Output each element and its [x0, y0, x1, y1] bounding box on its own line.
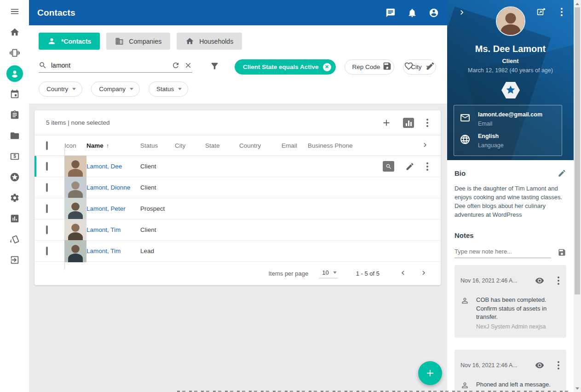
clear-search-icon[interactable]: [184, 61, 192, 69]
contact-name-link[interactable]: Lamont, Dee: [86, 163, 122, 170]
refresh-icon[interactable]: [172, 61, 180, 69]
settings-gear-icon[interactable]: [6, 189, 24, 207]
profile-hero-actions: [536, 7, 564, 17]
search-input[interactable]: [51, 62, 167, 69]
window-scrollbar[interactable]: [574, 0, 581, 392]
table-row[interactable]: Lamont, Dee Client: [35, 156, 441, 177]
documents-folder-icon[interactable]: [6, 127, 24, 145]
notifications-bell-icon[interactable]: [407, 8, 417, 18]
columns-scroll-right-icon[interactable]: [421, 141, 429, 150]
add-contact-icon[interactable]: [381, 118, 391, 128]
contact-name-link[interactable]: Lamont, Dionne: [86, 184, 130, 191]
reports-chart-icon[interactable]: [6, 209, 24, 228]
note-more-icon[interactable]: [557, 276, 560, 286]
exit-icon[interactable]: [6, 251, 24, 269]
star-hexagon-badge[interactable]: [500, 81, 521, 101]
tasks-clipboard-icon[interactable]: [6, 106, 24, 124]
detail-row-email[interactable]: lamont.dee@gmail.com Email: [460, 111, 556, 127]
active-filter-chip[interactable]: Client State equals Active ✕: [235, 59, 336, 75]
row-checkbox[interactable]: [46, 183, 48, 192]
save-note-icon[interactable]: [558, 248, 566, 257]
contact-status: Client: [140, 226, 175, 233]
table-row[interactable]: Lamont, Dionne Client: [35, 177, 441, 198]
col-header-city: City: [175, 142, 205, 149]
note-more-icon[interactable]: [557, 360, 560, 370]
left-nav-rail: $: [0, 0, 29, 392]
calendar-icon[interactable]: [6, 85, 24, 104]
col-header-name-label: Name: [86, 142, 104, 149]
new-note-input[interactable]: [454, 247, 551, 258]
select-all-checkbox[interactable]: [46, 141, 48, 150]
scroll-down-icon[interactable]: [574, 385, 581, 392]
favorite-heart-icon[interactable]: [404, 61, 414, 71]
contacts-icon[interactable]: [6, 64, 24, 83]
contact-name-link[interactable]: Lamont, Tim: [86, 248, 121, 254]
scrollbar-thumb[interactable]: [575, 7, 580, 294]
home-icon[interactable]: [6, 23, 24, 41]
tab-companies[interactable]: Companies: [106, 33, 170, 50]
page-size-select[interactable]: 10: [319, 269, 337, 278]
open-contact-icon[interactable]: [536, 7, 546, 17]
chip-label: Rep Code: [352, 63, 380, 70]
prev-page-icon[interactable]: [399, 269, 407, 278]
table-row[interactable]: Lamont, Tim Client: [35, 219, 441, 241]
chat-icon[interactable]: [385, 8, 396, 18]
active-filter-label: Client State equals Active: [243, 63, 319, 70]
edit-contact-icon[interactable]: [405, 162, 414, 171]
table-more-icon[interactable]: [426, 118, 429, 128]
detail-row-language[interactable]: English Language: [460, 133, 556, 149]
note-date: Nov 16, 2021 2:46 A...: [460, 362, 535, 369]
collapse-panel-icon[interactable]: [457, 8, 466, 19]
profile-panel-body: Bio Dee is the daughter of Tim Lamont an…: [447, 169, 574, 392]
profile-more-icon[interactable]: [560, 7, 564, 17]
account-circle-icon[interactable]: [429, 8, 439, 18]
billing-dollar-icon[interactable]: $: [6, 147, 24, 166]
row-checkbox[interactable]: [46, 247, 48, 255]
note-text: Phoned and left a message.: [476, 380, 551, 389]
row-more-icon[interactable]: [426, 161, 429, 172]
cards-stack-icon[interactable]: [6, 230, 24, 248]
app-root: $ Contacts *Contacts: [0, 0, 581, 392]
next-page-icon[interactable]: [420, 269, 428, 278]
filter-chip-status[interactable]: Status: [149, 81, 188, 97]
bio-heading: Bio: [454, 169, 466, 177]
row-checkbox[interactable]: [46, 225, 48, 234]
table-row[interactable]: Lamont, Peter Prospect: [35, 198, 441, 219]
contact-name-link[interactable]: Lamont, Peter: [86, 205, 126, 212]
contact-name-link[interactable]: Lamont, Tim: [86, 226, 121, 233]
tab-households[interactable]: Households: [177, 33, 242, 50]
search-icon: [39, 61, 47, 69]
row-checkbox[interactable]: [46, 204, 48, 213]
chip-label: Status: [156, 86, 174, 92]
add-fab-button[interactable]: [418, 361, 442, 385]
col-header-country: Country: [239, 142, 282, 149]
pagination-nav: [399, 269, 428, 278]
remove-filter-icon[interactable]: ✕: [323, 63, 331, 71]
vibration-icon[interactable]: [6, 44, 24, 62]
chart-view-icon[interactable]: [403, 118, 414, 128]
profile-avatar[interactable]: [496, 6, 525, 36]
scroll-up-icon[interactable]: [574, 0, 581, 7]
note-card: Nov 16, 2021 2:46 A... COB has been comp…: [454, 265, 566, 338]
filter-chip-country[interactable]: Country: [39, 81, 82, 97]
filter-funnel-icon[interactable]: [210, 61, 219, 73]
visibility-eye-icon[interactable]: [535, 276, 544, 285]
search-row: Client State equals Active ✕ Rep Code Ci…: [39, 59, 437, 75]
col-header-name[interactable]: Name ↑: [86, 142, 140, 149]
note-input-row: [454, 247, 566, 258]
table-row[interactable]: Lamont, Tim Lead: [35, 241, 441, 262]
topbar-icons: [385, 8, 439, 18]
edit-view-icon[interactable]: [426, 61, 435, 71]
star-circle-icon[interactable]: [6, 168, 24, 186]
edit-bio-icon[interactable]: [558, 169, 566, 178]
table-toolbar-icons: [381, 118, 429, 128]
topbar: Contacts: [29, 0, 447, 25]
preview-contact-icon[interactable]: [383, 161, 394, 172]
visibility-eye-icon[interactable]: [535, 361, 544, 370]
tab-contacts[interactable]: *Contacts: [39, 33, 100, 50]
main-column: Contacts *Contacts Companies: [29, 0, 447, 392]
filter-chip-company[interactable]: Company: [91, 81, 140, 97]
menu-icon[interactable]: [6, 2, 24, 21]
save-view-icon[interactable]: [382, 61, 392, 71]
row-checkbox[interactable]: [46, 162, 48, 171]
